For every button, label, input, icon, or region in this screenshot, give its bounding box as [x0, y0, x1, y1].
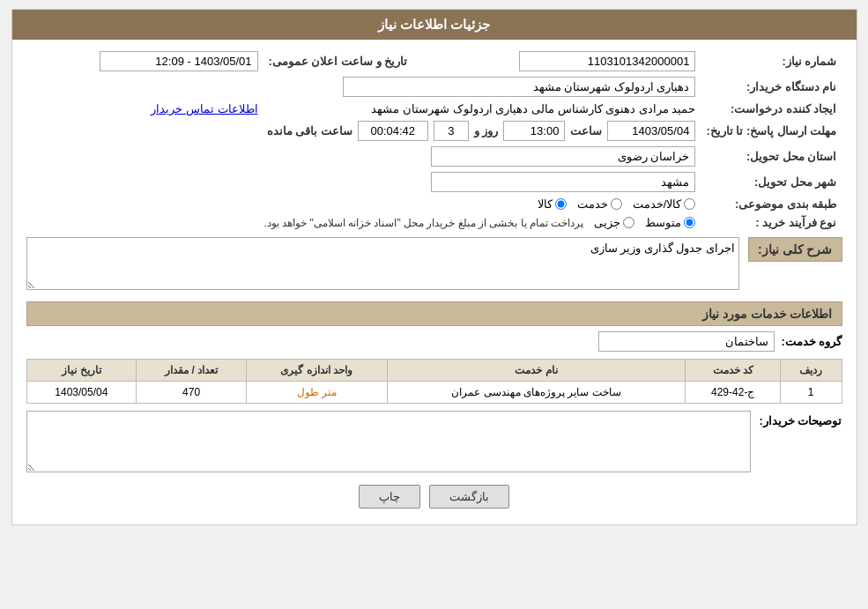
ijad-konande-label: ایجاد کننده درخواست: [701, 100, 842, 118]
announce-label: تاریخ و ساعت اعلان عمومی: [263, 48, 413, 74]
service-info-header: اطلاعات خدمات مورد نیاز [26, 301, 842, 326]
mohlat-label: مهلت ارسال پاسخ: تا تاریخ: [701, 118, 842, 144]
mohlat-remaining-input: 00:04:42 [358, 121, 428, 141]
tabaqe-radio-group: کالا/خدمت خدمت کالا [26, 195, 701, 213]
nooe-jozii-radio[interactable] [623, 217, 634, 228]
mohlat-row: 1403/05/04 ساعت 13:00 روز و 3 00:04:42 س… [26, 118, 701, 144]
nooe-motawaset[interactable]: متوسط [645, 216, 695, 229]
tabaqe-kala-label: کالا [538, 197, 553, 211]
tabaqe-label: طبقه بندی موضوعی: [701, 195, 842, 213]
shahr-value: مشهد [26, 169, 701, 195]
tabaqe-kala-khidmat[interactable]: کالا/خدمت [633, 197, 696, 211]
shahr-input: مشهد [431, 172, 695, 192]
back-button[interactable]: بازگشت [429, 485, 509, 509]
info-table-top: شماره نیاز: 1103101342000001 تاریخ و ساع… [26, 48, 842, 232]
mohlat-days-label: روز و [474, 124, 499, 137]
mohlat-date-input: 1403/05/04 [607, 121, 695, 141]
col-date: تاریخ نیاز [26, 360, 137, 382]
tabaqe-options: کالا/خدمت خدمت کالا [32, 197, 696, 211]
shomara-niaz-value: 1103101342000001 [439, 48, 701, 74]
table-row: 1ج-42-429ساخت سایر پروژه‌های مهندسی عمرا… [26, 382, 842, 404]
tabaqe-khidmat-label: خدمت [577, 197, 608, 211]
nooe-motawaset-radio[interactable] [684, 217, 695, 228]
mohlat-time-input: 13:00 [503, 121, 565, 141]
sharh-input[interactable] [26, 237, 740, 290]
col-name: نام خدمت [387, 360, 686, 382]
tabaqe-kala-khidmat-label: کالا/خدمت [633, 197, 682, 211]
buyer-desc-input[interactable] [26, 411, 751, 472]
nooe-farayand-content: متوسط جزیی پرداخت تمام یا بخشی از مبلغ خ… [32, 216, 696, 229]
announce-input: 1403/05/01 - 12:09 [100, 51, 258, 71]
shomara-niaz-input: 1103101342000001 [519, 51, 695, 71]
name-dastgah-value: دهیاری اردولوک شهرستان مشهد [26, 74, 701, 100]
nooe-farayand-label: نوع فرآیند خرید : [701, 213, 842, 232]
grohe-row: گروه خدمت: ساختمان [26, 331, 842, 352]
mohlat-days-input: 3 [434, 121, 469, 141]
mohlat-time-label: ساعت [570, 124, 602, 137]
grohe-khadmat-label: گروه خدمت: [782, 335, 842, 348]
mohlat-date-row: 1403/05/04 ساعت 13:00 روز و 3 00:04:42 س… [32, 121, 696, 141]
ijad-konande-value: حمید مرادی دهنوی کارشناس مالی دهیاری ارد… [263, 100, 701, 118]
nooe-jozii[interactable]: جزیی [594, 216, 634, 229]
services-table: ردیف کد خدمت نام خدمت واحد اندازه گیری ت… [26, 359, 842, 404]
grohe-khadmat-input: ساختمان [598, 331, 775, 352]
shahr-label: شهر محل تحویل: [701, 169, 842, 195]
name-dastgah-label: نام دستگاه خریدار: [701, 74, 842, 100]
page-header: جزئیات اطلاعات نیاز [12, 10, 857, 40]
ostan-value: خراسان رضوی [26, 144, 701, 169]
shomara-niaz-label: شماره نیاز: [701, 48, 842, 74]
main-content: شماره نیاز: 1103101342000001 تاریخ و ساع… [12, 40, 857, 524]
tabaqe-kala-khidmat-radio[interactable] [684, 198, 695, 210]
nooe-motawaset-label: متوسط [645, 216, 681, 229]
col-code: کد خدمت [686, 360, 780, 382]
col-unit: واحد اندازه گیری [246, 360, 387, 382]
ostan-input: خراسان رضوی [431, 146, 695, 167]
col-radif: ردیف [780, 360, 842, 382]
sharh-label: شرح کلی نیاز: [748, 237, 842, 262]
announce-value: 1403/05/01 - 12:09 [26, 48, 263, 74]
ijad-konande-text: حمید مرادی دهنوی کارشناس مالی دهیاری ارد… [371, 102, 695, 115]
mohlat-remaining-label: ساعت باقی مانده [267, 124, 352, 137]
tabaqe-kala-radio[interactable] [555, 198, 567, 210]
page-title: جزئیات اطلاعات نیاز [378, 17, 490, 32]
nooe-farayand-text: پرداخت تمام یا بخشی از مبلغ خریدار محل "… [264, 217, 584, 229]
sharh-row: شرح کلی نیاز: // Will be populated by da… [26, 237, 842, 293]
nooe-farayand-row: متوسط جزیی پرداخت تمام یا بخشی از مبلغ خ… [26, 213, 701, 232]
nooe-jozii-label: جزیی [594, 216, 620, 229]
col-quantity: تعداد / مقدار [137, 360, 247, 382]
ostan-label: استان محل تحویل: [701, 144, 842, 169]
tabaqe-kala[interactable]: کالا [538, 197, 567, 211]
button-row: بازگشت چاپ [26, 485, 842, 509]
sharh-box-container: // Will be populated by data binding bel… [26, 237, 740, 293]
nooe-farayand-options: متوسط جزیی [594, 216, 695, 229]
tabaqe-khidmat-radio[interactable] [611, 198, 622, 210]
ettelaat-tamas-link[interactable]: اطلاعات تماس خریدار [151, 102, 257, 115]
tosif-label: توصیحات خریدار: [760, 411, 842, 427]
tosif-row: توصیحات خریدار: [26, 411, 842, 472]
print-button[interactable]: چاپ [359, 485, 420, 509]
name-dastgah-input: دهیاری اردولوک شهرستان مشهد [343, 77, 695, 97]
tabaqe-khidmat[interactable]: خدمت [577, 197, 622, 211]
page-container: جزئیات اطلاعات نیاز شماره نیاز: 11031013… [11, 9, 857, 525]
